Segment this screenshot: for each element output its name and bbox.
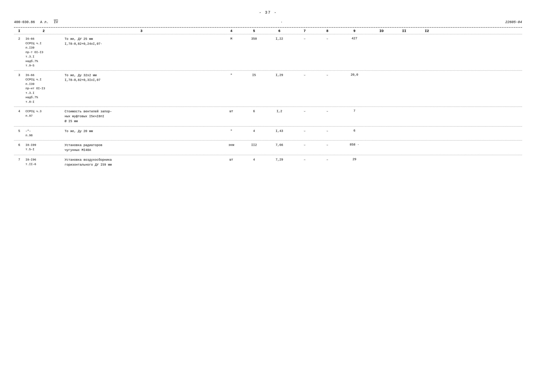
col-header-8: 8 — [316, 29, 339, 33]
row-unit: экм — [220, 143, 243, 147]
row-desc: То же, ДУ 25 мм I,78–0,82+0,24хI,07· — [63, 37, 220, 47]
row-c8: – — [316, 143, 339, 147]
row-total: 858 · — [339, 143, 370, 146]
row-c7: – — [293, 37, 316, 41]
row-unit: " — [220, 73, 243, 77]
dot-accent: · — [281, 20, 283, 24]
row-qty: II2 — [243, 143, 265, 147]
row-unit: шт — [220, 158, 243, 161]
col-header-7: 7 — [293, 29, 316, 33]
col-header-5: 5 — [243, 29, 265, 33]
col-header-3: 3 — [63, 29, 220, 33]
col-header-4: 4 — [220, 29, 243, 33]
table-row: 5 –"– п.98 То же, Ду 20 мм " 4 I,43 – – … — [14, 126, 522, 140]
row-c7: – — [293, 129, 316, 133]
row-desc: То же, Ду 20 мм — [63, 129, 220, 134]
row-price: I,2 — [265, 109, 293, 113]
row-code: I6–66 ССРСЦ ч.I п.I39 пр-т OI–I3 т.3.I н… — [24, 37, 63, 68]
row-c8: – — [316, 37, 339, 41]
row-qty: I5 — [243, 73, 265, 77]
row-price: I,22 — [265, 37, 293, 41]
row-desc: То же, Ду 32х2 мм I,78–0,82+0,3IхI,07 — [63, 73, 220, 83]
row-code: I8–I09 т.5–I — [24, 143, 63, 152]
row-num: 3 — [14, 73, 24, 77]
row-num: 4 — [14, 109, 24, 113]
row-c8: – — [316, 158, 339, 161]
row-total: 7 — [339, 109, 370, 113]
row-qty: 6 — [243, 109, 265, 113]
table-row: 7 I8–I96 т.II–6 Установка воздухосборник… — [14, 155, 522, 170]
col-header-11: II — [393, 29, 416, 33]
row-unit: " — [220, 129, 243, 133]
row-c7: – — [293, 143, 316, 147]
row-num: 7 — [14, 158, 24, 161]
sheet-label: А л. — [40, 20, 49, 24]
col-header-2: 2 — [24, 29, 63, 33]
row-unit: шт — [220, 109, 243, 113]
row-total: 427 — [339, 37, 370, 40]
row-unit: М — [220, 37, 243, 41]
row-price: I,29 — [265, 73, 293, 77]
sheet-num: IV — [54, 20, 58, 24]
row-code: –"– п.98 — [24, 129, 63, 138]
col-header-12: I2 — [416, 29, 438, 33]
table-row: 3 I6–66 ССРСЦ ч.I п.I39 пр–нт OI–I3 т.3.… — [14, 70, 522, 107]
row-c8: – — [316, 73, 339, 77]
row-total: 20,0 — [339, 73, 370, 76]
table-row: 6 I8–I09 т.5–I Установка радиаторов чугу… — [14, 140, 522, 155]
row-num: 5 — [14, 129, 24, 133]
row-num: 6 — [14, 143, 24, 147]
row-c7: – — [293, 73, 316, 77]
table-row: 4 ССРСЦ ч.3 п.97 Стоимость вентилей запо… — [14, 107, 522, 126]
col-header-1: I — [14, 29, 24, 33]
table-row: 2 I6–66 ССРСЦ ч.I п.I39 пр-т OI–I3 т.3.I… — [14, 34, 522, 70]
row-c7: – — [293, 158, 316, 161]
col-header-10: IO — [370, 29, 393, 33]
row-desc: Установка воздухосборника горизонтальног… — [63, 158, 220, 167]
row-qty: 350 — [243, 37, 265, 41]
row-code: I6–66 ССРСЦ ч.I п.I39 пр–нт OI–I3 т.3.I … — [24, 73, 63, 104]
col-header-9: 9 — [339, 29, 370, 33]
page-header: - 37 - — [14, 10, 522, 15]
row-price: 7,29 — [265, 158, 293, 161]
row-qty: 4 — [243, 158, 265, 161]
col-header-6: 6 — [265, 29, 293, 33]
row-total: 29 — [339, 158, 370, 161]
row-c8: – — [316, 129, 339, 133]
row-code: I8–I96 т.II–6 — [24, 158, 63, 167]
doc-number: 400-030.86 — [14, 20, 35, 24]
row-c8: – — [316, 109, 339, 113]
row-desc: Стоимость вентилей запор– ных муфтовых I… — [63, 109, 220, 124]
row-code: ССРСЦ ч.3 п.97 — [24, 109, 63, 118]
row-qty: 4 — [243, 129, 265, 133]
row-price: 7,66 — [265, 143, 293, 147]
row-num: 2 — [14, 37, 24, 41]
row-c7: – — [293, 109, 316, 113]
column-headers: I 2 3 4 5 6 7 8 9 IO II I2 — [14, 27, 522, 34]
row-total: 6 — [339, 129, 370, 132]
row-desc: Установка радиаторов чугунных МI40А — [63, 143, 220, 153]
main-table: I 2 3 4 5 6 7 8 9 IO II I2 2 I6–66 ССРСЦ… — [14, 27, 522, 170]
doc-right-code: 22605-04 — [505, 20, 522, 24]
row-price: I,43 — [265, 129, 293, 133]
